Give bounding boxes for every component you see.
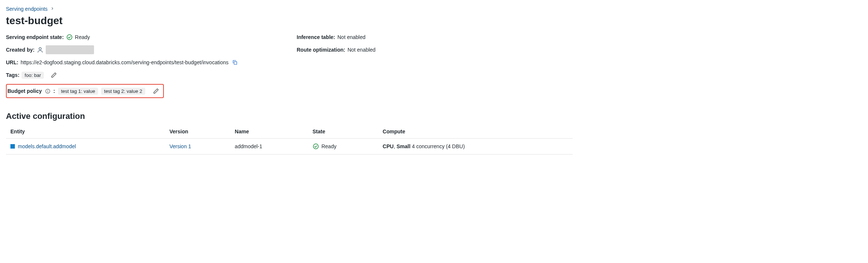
inference-table-value: Not enabled bbox=[337, 34, 366, 40]
row-name: addmodel-1 bbox=[230, 139, 308, 155]
col-entity: Entity bbox=[6, 125, 165, 139]
url-label: URL: bbox=[6, 59, 18, 65]
created-by-label: Created by: bbox=[6, 47, 35, 53]
svg-point-5 bbox=[48, 90, 48, 90]
url-value: https://e2-dogfood.staging.cloud.databri… bbox=[20, 59, 229, 65]
model-icon bbox=[10, 144, 15, 149]
serving-state-value: Ready bbox=[75, 34, 90, 40]
chevron-right-icon bbox=[51, 6, 54, 12]
version-link[interactable]: Version 1 bbox=[169, 143, 191, 149]
entity-text: models.default.addmodel bbox=[18, 143, 76, 149]
svg-point-0 bbox=[67, 35, 72, 40]
budget-policy-row: Budget policy : test tag 1: value test t… bbox=[6, 84, 164, 98]
page-title: test-budget bbox=[6, 15, 573, 27]
edit-budget-button[interactable] bbox=[152, 87, 160, 95]
table-row: models.default.addmodel Version 1 addmod… bbox=[6, 139, 573, 155]
breadcrumb: Serving endpoints bbox=[6, 6, 573, 12]
budget-policy-sep: : bbox=[54, 88, 55, 94]
svg-point-1 bbox=[39, 48, 41, 50]
tag-chip: foo: bar bbox=[22, 72, 44, 79]
check-circle-icon bbox=[312, 143, 319, 150]
route-optimization-row: Route optimization: Not enabled bbox=[297, 45, 573, 54]
edit-tags-button[interactable] bbox=[50, 71, 58, 79]
col-version: Version bbox=[165, 125, 230, 139]
entity-link[interactable]: models.default.addmodel bbox=[10, 143, 76, 149]
col-compute: Compute bbox=[378, 125, 573, 139]
created-by-value-redacted bbox=[46, 45, 94, 54]
url-row: URL: https://e2-dogfood.staging.cloud.da… bbox=[6, 58, 282, 67]
serving-state-row: Serving endpoint state: Ready bbox=[6, 33, 282, 42]
col-state: State bbox=[308, 125, 378, 139]
tags-label: Tags: bbox=[6, 72, 19, 78]
created-by-row: Created by: bbox=[6, 45, 282, 54]
svg-rect-2 bbox=[234, 62, 237, 64]
svg-point-6 bbox=[313, 144, 318, 149]
serving-state-label: Serving endpoint state: bbox=[6, 34, 64, 40]
inference-table-label: Inference table: bbox=[297, 34, 335, 40]
col-name: Name bbox=[230, 125, 308, 139]
breadcrumb-serving-endpoints[interactable]: Serving endpoints bbox=[6, 6, 48, 12]
route-optimization-label: Route optimization: bbox=[297, 47, 346, 53]
check-circle-icon bbox=[66, 34, 73, 40]
row-compute: CPU, Small 4 concurrency (4 DBU) bbox=[378, 139, 573, 155]
info-icon[interactable] bbox=[45, 88, 51, 94]
route-optimization-value: Not enabled bbox=[347, 47, 376, 53]
budget-tag-chip: test tag 2: value 2 bbox=[101, 88, 145, 95]
row-state: Ready bbox=[321, 143, 336, 149]
budget-policy-label: Budget policy bbox=[7, 88, 42, 94]
active-configuration-table: Entity Version Name State Compute models… bbox=[6, 125, 573, 155]
budget-tag-chip: test tag 1: value bbox=[58, 88, 98, 95]
user-icon bbox=[37, 46, 43, 53]
table-header-row: Entity Version Name State Compute bbox=[6, 125, 573, 139]
inference-table-row: Inference table: Not enabled bbox=[297, 33, 573, 42]
active-configuration-heading: Active configuration bbox=[6, 111, 573, 121]
copy-icon[interactable] bbox=[231, 58, 239, 66]
tags-row: Tags: foo: bar bbox=[6, 71, 282, 79]
